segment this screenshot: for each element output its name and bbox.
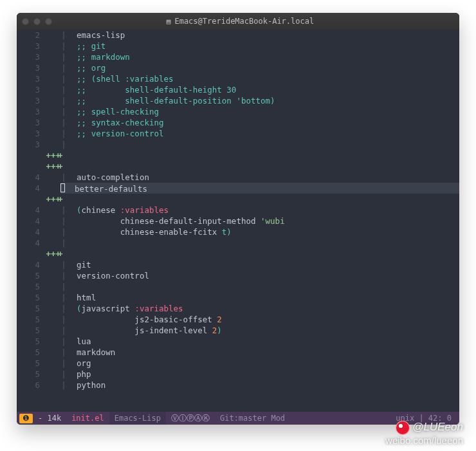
doc-icon: ▤ [167, 17, 171, 26]
gutter-row: 5 [17, 325, 60, 336]
diff-added-icon: + [58, 249, 63, 259]
gutter-row: +++ [17, 161, 60, 172]
code-line[interactable]: | ;; (shell :variables [60, 73, 459, 84]
diff-added-icon: + [58, 161, 63, 171]
cursor [60, 183, 65, 192]
gutter-row: 5 [17, 281, 60, 292]
gutter-row: 3 [17, 128, 60, 139]
code-line[interactable]: | ;; version-control [60, 128, 459, 139]
editor[interactable]: 23333333333++++++44+++4444+++45555555555… [17, 30, 459, 412]
gutter-row: 3 [17, 139, 60, 150]
code-line[interactable]: | ;; spell-checking [60, 106, 459, 117]
code-line[interactable]: | (javascript :variables [60, 303, 459, 314]
gutter-row: 5 [17, 303, 60, 314]
code-line[interactable]: | ;; syntax-checking [60, 117, 459, 128]
gutter-row: 4 [17, 172, 60, 183]
code-line[interactable]: | [60, 139, 459, 150]
gutter-row: 5 [17, 369, 60, 380]
code-line[interactable]: | git [60, 259, 459, 270]
watermark: @LUEeon weibo.com/lueeon [385, 421, 463, 446]
gutter-row: 4 [17, 237, 60, 248]
code-line[interactable]: | php [60, 369, 459, 380]
gutter-row: 3 [17, 51, 60, 62]
code-line[interactable]: | version-control [60, 270, 459, 281]
code-line[interactable]: | chinese-default-input-method 'wubi [60, 216, 459, 226]
watermark-url: weibo.com/lueeon [385, 435, 463, 446]
emacs-window: ▤ Emacs@TrerideMacBook-Air.local 2333333… [17, 13, 459, 425]
gutter-row: 4 [17, 216, 60, 226]
minor-modes: ⓋⒾⓅⒶⓀ [166, 412, 215, 425]
gutter-row: 3 [17, 106, 60, 117]
gutter-row: 5 [17, 358, 60, 369]
code-line[interactable]: | chinese-enable-fcitx t) [60, 226, 459, 237]
gutter-row: 3 [17, 117, 60, 128]
code-line[interactable]: | emacs-lisp [60, 30, 459, 41]
gutter-row: 3 [17, 62, 60, 73]
code-line[interactable]: | [60, 237, 459, 248]
code-line[interactable]: | org [60, 358, 459, 369]
code-line[interactable]: + [60, 150, 459, 161]
code-line[interactable]: | (chinese :variables [60, 205, 459, 216]
traffic-lights[interactable] [22, 18, 52, 25]
gutter-row: 5 [17, 314, 60, 325]
diff-added-icon: + [58, 194, 63, 204]
gutter-row: 3 [17, 73, 60, 84]
code-line[interactable]: | [60, 281, 459, 292]
gutter: 23333333333++++++44+++4444+++45555555555… [17, 30, 60, 412]
code-line[interactable]: + [60, 194, 459, 205]
gutter-row: 6 [17, 380, 60, 391]
gutter-row: 4 [17, 259, 60, 270]
watermark-handle: @LUEeon [412, 421, 463, 433]
gutter-row: 3 [17, 84, 60, 95]
zoom-icon[interactable] [45, 18, 52, 25]
weibo-icon [396, 421, 410, 435]
window-title: ▤ Emacs@TrerideMacBook-Air.local [52, 17, 428, 26]
git-status: Git:master Mod [215, 412, 290, 425]
diff-added-icon: + [58, 151, 63, 160]
titlebar: ▤ Emacs@TrerideMacBook-Air.local [17, 13, 459, 30]
code-line[interactable]: | ;; org [60, 62, 459, 73]
gutter-row: 4 [17, 183, 60, 194]
code-line[interactable]: | ;; markdown [60, 51, 459, 62]
warning-badge[interactable]: ❶ [19, 414, 33, 423]
code-line[interactable]: | ;; git [60, 41, 459, 51]
gutter-row: 5 [17, 347, 60, 358]
gutter-row: 5 [17, 336, 60, 347]
window-title-text: Emacs@TrerideMacBook-Air.local [174, 17, 314, 26]
gutter-row: +++ [17, 194, 60, 205]
code-line[interactable]: + [60, 248, 459, 259]
file-name: init.el [66, 412, 109, 425]
code-line[interactable]: + [60, 161, 459, 172]
gutter-row: +++ [17, 150, 60, 161]
code-line[interactable]: | html [60, 292, 459, 303]
code-line[interactable]: better-defaults [60, 183, 459, 194]
code-content[interactable]: | emacs-lisp| ;; git| ;; markdown| ;; or… [60, 30, 459, 412]
gutter-row: 4 [17, 226, 60, 237]
code-line[interactable]: | js-indent-level 2) [60, 325, 459, 336]
code-line[interactable]: | ;; shell-default-height 30 [60, 84, 459, 95]
major-mode: Emacs-Lisp [109, 412, 166, 425]
close-icon[interactable] [22, 18, 29, 25]
code-line[interactable]: | js2-basic-offset 2 [60, 314, 459, 325]
code-line[interactable]: | markdown [60, 347, 459, 358]
code-line[interactable]: | ;; shell-default-position 'bottom) [60, 95, 459, 106]
code-line[interactable]: | auto-completion [60, 172, 459, 183]
gutter-row: +++ [17, 248, 60, 259]
gutter-row: 5 [17, 270, 60, 281]
gutter-row: 3 [17, 95, 60, 106]
code-line[interactable]: | python [60, 380, 459, 391]
buffer-size: - 14k [33, 412, 66, 425]
gutter-row: 4 [17, 205, 60, 216]
gutter-row: 5 [17, 292, 60, 303]
gutter-row: 3 [17, 41, 60, 51]
code-line[interactable]: | lua [60, 336, 459, 347]
minimize-icon[interactable] [33, 18, 41, 25]
gutter-row: 2 [17, 30, 60, 41]
